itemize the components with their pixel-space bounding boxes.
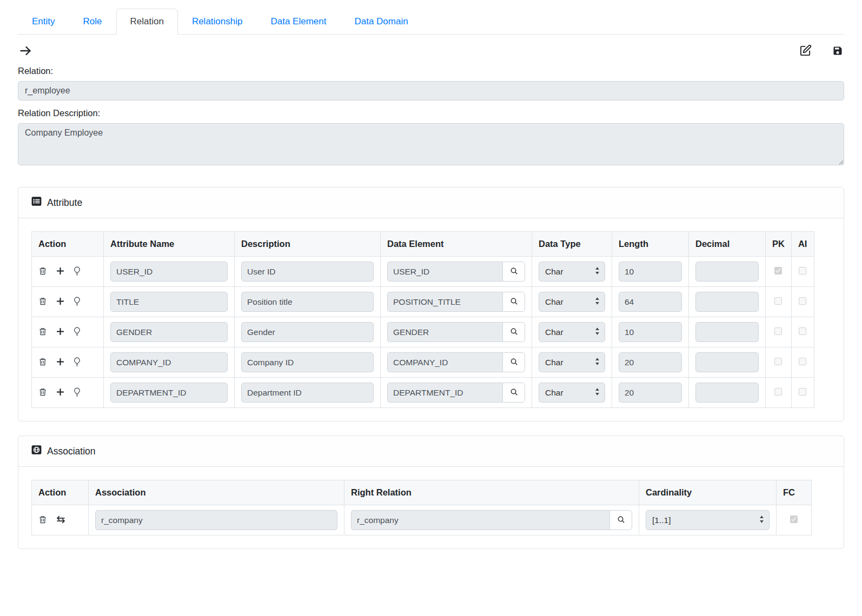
save-button[interactable]: [832, 45, 843, 58]
lightbulb-icon: [74, 357, 81, 368]
exchange-button[interactable]: [56, 515, 65, 525]
suggest-button[interactable]: [74, 327, 81, 338]
data-type-select[interactable]: Char: [539, 352, 605, 372]
attribute-description-input[interactable]: [241, 322, 374, 342]
length-input[interactable]: [619, 262, 682, 282]
add-row-button[interactable]: [56, 267, 64, 277]
add-row-button[interactable]: [56, 358, 64, 367]
tab-entity[interactable]: Entity: [18, 9, 69, 35]
suggest-button[interactable]: [74, 387, 81, 398]
delete-row-button[interactable]: [38, 327, 47, 338]
relation-input[interactable]: [18, 81, 844, 101]
suggest-button[interactable]: [74, 297, 81, 307]
forward-button[interactable]: [19, 45, 32, 58]
data-element-input[interactable]: [387, 322, 502, 342]
ai-checkbox[interactable]: [799, 388, 806, 396]
data-type-select[interactable]: Char: [539, 292, 605, 312]
association-table-body: [1..1]: [32, 505, 812, 535]
row-actions: [38, 387, 97, 398]
attribute-row: Char: [32, 317, 814, 347]
pk-checkbox[interactable]: [774, 267, 782, 274]
attribute-list-icon: [31, 196, 42, 209]
delete-row-button[interactable]: [38, 297, 47, 307]
data-element-search-button[interactable]: [502, 262, 525, 282]
association-panel-title: Association: [47, 446, 96, 457]
select-arrows-icon: [595, 297, 600, 307]
attribute-description-input[interactable]: [241, 352, 374, 372]
association-name-input[interactable]: [95, 510, 337, 530]
pk-checkbox[interactable]: [774, 358, 782, 365]
data-type-value: Char: [545, 267, 563, 277]
data-element-input-group: [387, 383, 525, 403]
data-type-select[interactable]: Char: [539, 322, 605, 342]
data-element-search-button[interactable]: [502, 322, 525, 342]
association-panel: Association Action Association Right Rel…: [18, 436, 844, 549]
data-element-search-button[interactable]: [502, 352, 525, 372]
data-element-search-button[interactable]: [502, 383, 525, 403]
tab-relation[interactable]: Relation: [116, 9, 178, 35]
delete-row-button[interactable]: [38, 266, 47, 277]
data-element-input[interactable]: [387, 292, 502, 312]
data-element-input[interactable]: [387, 262, 502, 282]
ai-checkbox[interactable]: [799, 327, 806, 335]
col-data-element: Data Element: [381, 232, 532, 257]
ai-checkbox[interactable]: [799, 297, 806, 305]
pk-checkbox[interactable]: [774, 327, 782, 335]
length-input[interactable]: [619, 322, 682, 342]
pk-checkbox[interactable]: [774, 388, 782, 396]
data-type-value: Char: [545, 327, 563, 337]
attribute-table-body: Char: [32, 257, 814, 408]
search-icon: [510, 388, 518, 398]
attribute-row: Char: [32, 347, 814, 378]
data-type-select[interactable]: Char: [539, 262, 605, 282]
decimal-input[interactable]: [695, 292, 759, 312]
tab-role[interactable]: Role: [69, 9, 116, 35]
decimal-input[interactable]: [695, 352, 759, 372]
decimal-input[interactable]: [695, 383, 759, 403]
delete-row-button[interactable]: [38, 515, 47, 526]
delete-row-button[interactable]: [38, 387, 47, 398]
attribute-name-input[interactable]: [110, 262, 228, 282]
length-input[interactable]: [619, 352, 682, 372]
attribute-name-input[interactable]: [110, 322, 228, 342]
relation-description-textarea[interactable]: Company Employee: [18, 123, 844, 165]
col-right-relation: Right Relation: [344, 480, 639, 505]
data-type-value: Char: [545, 297, 563, 307]
data-element-search-button[interactable]: [502, 292, 525, 312]
ai-checkbox[interactable]: [799, 267, 806, 274]
tab-data-domain[interactable]: Data Domain: [340, 9, 422, 35]
tab-data-element[interactable]: Data Element: [256, 9, 340, 35]
attribute-table: Action Attribute Name Description Data E…: [31, 231, 814, 408]
suggest-button[interactable]: [74, 357, 81, 368]
data-type-select[interactable]: Char: [539, 383, 605, 403]
suggest-button[interactable]: [74, 266, 81, 277]
edit-button[interactable]: [799, 44, 812, 58]
attribute-name-input[interactable]: [110, 352, 228, 372]
ai-checkbox[interactable]: [799, 358, 806, 365]
search-icon: [617, 515, 625, 525]
decimal-input[interactable]: [695, 322, 759, 342]
attribute-description-input[interactable]: [241, 292, 374, 312]
plus-icon: [56, 388, 64, 398]
delete-row-button[interactable]: [38, 357, 47, 368]
attribute-description-input[interactable]: [241, 383, 374, 403]
right-relation-input[interactable]: [351, 510, 609, 530]
length-input[interactable]: [619, 292, 682, 312]
add-row-button[interactable]: [56, 388, 64, 398]
attribute-description-input[interactable]: [241, 262, 374, 282]
decimal-input[interactable]: [695, 262, 759, 282]
pk-checkbox[interactable]: [774, 297, 782, 305]
arrow-right-icon: [19, 45, 32, 58]
right-relation-search-button[interactable]: [609, 510, 632, 530]
add-row-button[interactable]: [56, 327, 64, 337]
attribute-name-input[interactable]: [110, 292, 228, 312]
length-input[interactable]: [619, 383, 682, 403]
select-arrows-icon: [595, 267, 600, 277]
attribute-name-input[interactable]: [110, 383, 228, 403]
data-element-input[interactable]: [387, 383, 502, 403]
data-element-input[interactable]: [387, 352, 502, 372]
tab-relationship[interactable]: Relationship: [178, 9, 257, 35]
fc-checkbox[interactable]: [790, 515, 798, 523]
add-row-button[interactable]: [56, 297, 64, 307]
cardinality-select[interactable]: [1..1]: [646, 510, 770, 530]
